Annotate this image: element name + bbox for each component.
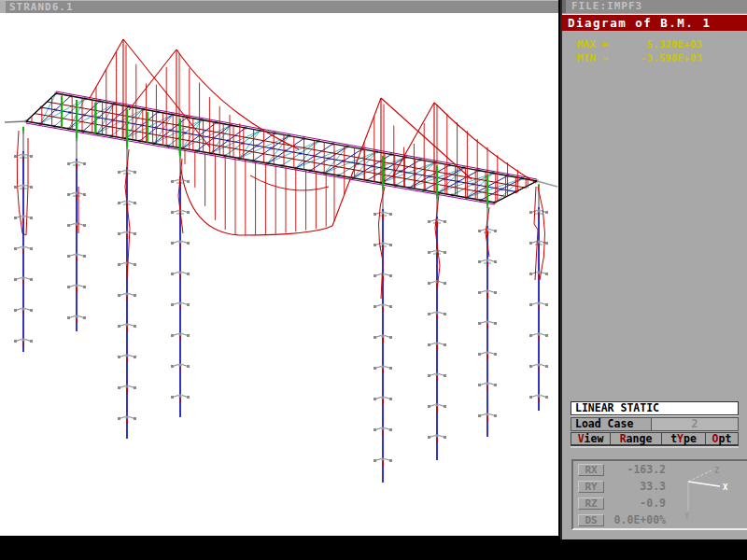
diagram-title: Diagram of B.M. 1: [568, 16, 711, 30]
min-row: MIN = -3.598E+03: [577, 51, 736, 65]
x-axis-line: [688, 482, 720, 486]
view-button[interactable]: View: [571, 433, 611, 444]
range-button[interactable]: Range: [611, 433, 662, 444]
load-case-row: Load Case 2: [571, 417, 739, 431]
max-label: MAX =: [577, 37, 622, 51]
y-axis-label: Y: [684, 511, 690, 521]
analysis-type-display: LINEAR STATIC: [571, 401, 739, 415]
axis-triad: Z X Y: [573, 461, 747, 528]
range-hotkey: R: [620, 432, 627, 445]
type-post: pe: [684, 432, 697, 445]
view-post: iew: [585, 432, 604, 445]
menu-bar: View Range tYpe Opt: [571, 432, 739, 446]
opt-button[interactable]: Opt: [706, 433, 738, 444]
bridge-bm-wireframe: [0, 13, 558, 536]
load-case-button[interactable]: Load Case: [571, 418, 652, 430]
opt-post: pt: [719, 432, 732, 445]
diagram-title-bar: Diagram of B.M. 1: [562, 14, 747, 31]
file-label: FILE:IMPF3: [571, 0, 642, 12]
opt-hotkey: O: [712, 432, 719, 445]
panel-footer: [560, 536, 747, 539]
model-viewport[interactable]: [0, 13, 558, 536]
titlebar-notch: [0, 1, 6, 14]
window-title: STRAND6.1: [9, 1, 74, 13]
min-label: MIN =: [577, 51, 622, 65]
view-hotkey: V: [578, 432, 585, 445]
range-post: ange: [627, 432, 653, 445]
file-bar: FILE:IMPF3: [562, 0, 747, 13]
type-hotkey: Y: [677, 432, 684, 445]
x-axis-label: X: [723, 483, 728, 492]
window-titlebar: STRAND6.1: [0, 0, 558, 13]
min-value: -3.598E+03: [622, 51, 702, 65]
control-panel: FILE:IMPF3 Diagram of B.M. 1 MAX = 5.320…: [560, 0, 747, 539]
load-case-value: 2: [652, 418, 738, 430]
view-status-box: RX -163.2 RY 33.3 RZ -0.9 DS 0.0E+00% Z …: [571, 459, 747, 530]
max-value: 5.320E+03: [622, 37, 702, 51]
z-axis-label: Z: [714, 466, 720, 475]
type-button[interactable]: tYpe: [662, 433, 706, 444]
z-axis-line: [688, 470, 712, 482]
result-extremes: MAX = 5.320E+03 MIN = -3.598E+03: [577, 37, 736, 65]
max-row: MAX = 5.320E+03: [577, 37, 736, 51]
